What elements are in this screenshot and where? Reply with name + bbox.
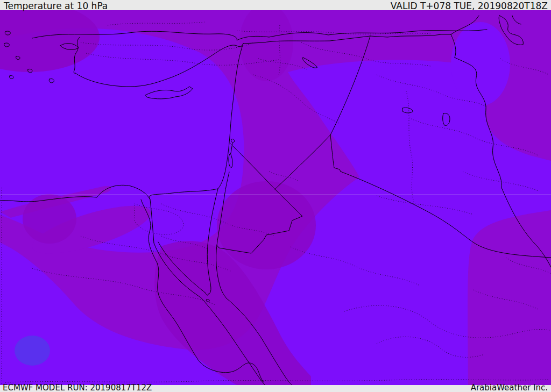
- temperature-map-svg: [0, 10, 551, 385]
- region-coldest-blue: [15, 336, 50, 366]
- weather-map: [0, 10, 551, 385]
- credit-label: ArabiaWeather Inc.: [471, 383, 548, 392]
- model-run-label: ECMWF MODEL RUN: 20190817T12Z: [3, 383, 152, 392]
- map-title: Temperature at 10 hPa: [4, 1, 108, 11]
- valid-time-label: VALID T+078 TUE, 20190820T18Z: [391, 1, 548, 11]
